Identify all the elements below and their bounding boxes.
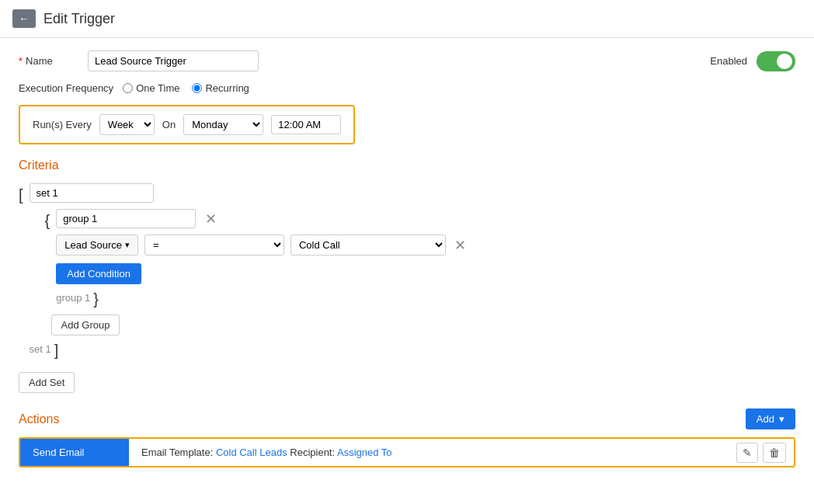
email-template-value[interactable]: Cold Call Leads	[216, 447, 287, 458]
group-header: ✕	[56, 209, 795, 228]
group-open-bracket: {	[45, 212, 50, 230]
execution-frequency-row: Execution Frequency One Time Recurring	[19, 82, 795, 94]
runs-every-box: Run(s) Every Day Week Month On Sunday Mo…	[19, 105, 355, 144]
remove-condition-button[interactable]: ✕	[452, 237, 469, 254]
back-button[interactable]: ←	[12, 9, 36, 28]
set-open-bracket: [	[19, 186, 23, 204]
radio-recurring[interactable]: Recurring	[192, 82, 249, 94]
runs-every-label: Run(s) Every	[33, 119, 92, 130]
time-input[interactable]	[271, 115, 341, 134]
radio-one-time-label: One Time	[136, 82, 179, 94]
email-template-key: Email Template:	[141, 447, 213, 458]
criteria-container: [ { ✕	[19, 183, 795, 393]
remove-group-button[interactable]: ✕	[202, 210, 219, 228]
set-close-bracket: ]	[54, 342, 59, 360]
delete-action-button[interactable]: 🗑	[763, 443, 786, 463]
required-indicator: *	[19, 55, 23, 67]
condition-field-label: Lead Source	[64, 239, 122, 251]
criteria-title: Criteria	[19, 158, 795, 172]
action-row: Send Email Email Template: Cold Call Lea…	[19, 437, 795, 468]
add-condition-button[interactable]: Add Condition	[56, 263, 141, 284]
group-close-label: group 1	[56, 292, 90, 304]
name-row: * Name Enabled	[19, 50, 795, 71]
condition-field-caret: ▾	[125, 240, 130, 250]
radio-recurring-label: Recurring	[205, 82, 249, 94]
set-wrapper: [ { ✕	[19, 183, 795, 360]
recipient-key: Recipient:	[290, 447, 335, 458]
toggle-slider	[757, 51, 795, 71]
group-close-bracket: }	[93, 290, 99, 308]
actions-title: Actions	[19, 412, 59, 426]
add-action-label: Add	[757, 413, 774, 425]
set-label-input[interactable]	[30, 183, 154, 203]
enabled-toggle[interactable]	[757, 51, 795, 71]
radio-recurring-input[interactable]	[192, 83, 202, 93]
group-wrapper: { ✕ Lead Source ▾	[45, 209, 795, 308]
add-action-button[interactable]: Add ▾	[746, 408, 795, 429]
page-header: ← Edit Trigger	[0, 0, 814, 38]
set-inner: { ✕ Lead Source ▾	[30, 183, 795, 360]
edit-icon: ✎	[743, 447, 752, 459]
trigger-name-input[interactable]	[88, 50, 259, 71]
action-icons: ✎ 🗑	[729, 443, 794, 463]
set-close-label: set 1	[30, 343, 51, 355]
action-type-label: Send Email	[20, 439, 129, 466]
radio-group: One Time Recurring	[123, 82, 249, 94]
add-group-wrapper: Add Group	[51, 315, 795, 335]
add-action-caret-icon: ▾	[779, 413, 784, 425]
group-footer: group 1 }	[56, 287, 795, 308]
radio-one-time[interactable]: One Time	[123, 82, 179, 94]
edit-action-button[interactable]: ✎	[736, 443, 758, 463]
exec-freq-label: Execution Frequency	[19, 82, 113, 94]
page-title: Edit Trigger	[43, 11, 115, 27]
condition-operator-select[interactable]: = != contains	[144, 235, 284, 255]
condition-value-select[interactable]: Cold Call Web Email	[290, 235, 446, 255]
radio-one-time-input[interactable]	[123, 83, 133, 93]
group-label-input[interactable]	[56, 209, 196, 228]
frequency-select[interactable]: Day Week Month	[99, 114, 155, 135]
enabled-label: Enabled	[710, 55, 747, 67]
condition-field-button[interactable]: Lead Source ▾	[56, 235, 138, 255]
on-label: On	[162, 119, 176, 130]
remove-group-icon: ✕	[205, 210, 217, 228]
delete-icon: 🗑	[769, 447, 780, 459]
group-inner: ✕ Lead Source ▾ = !=	[56, 209, 795, 308]
recipient-value[interactable]: Assigned To	[337, 447, 392, 458]
content-area: * Name Enabled Execution Frequency One T…	[0, 38, 814, 480]
remove-condition-icon: ✕	[454, 237, 466, 254]
set-footer: set 1 ]	[30, 339, 795, 360]
condition-row: Lead Source ▾ = != contains Cold Call We…	[56, 235, 795, 255]
actions-header: Actions Add ▾	[19, 408, 795, 429]
add-set-button[interactable]: Add Set	[19, 372, 75, 393]
name-label: Name	[26, 55, 88, 67]
day-select[interactable]: Sunday Monday Tuesday Wednesday Thursday…	[183, 114, 263, 135]
add-group-button[interactable]: Add Group	[51, 315, 120, 335]
action-detail-cell: Email Template: Cold Call Leads Recipien…	[129, 439, 729, 466]
